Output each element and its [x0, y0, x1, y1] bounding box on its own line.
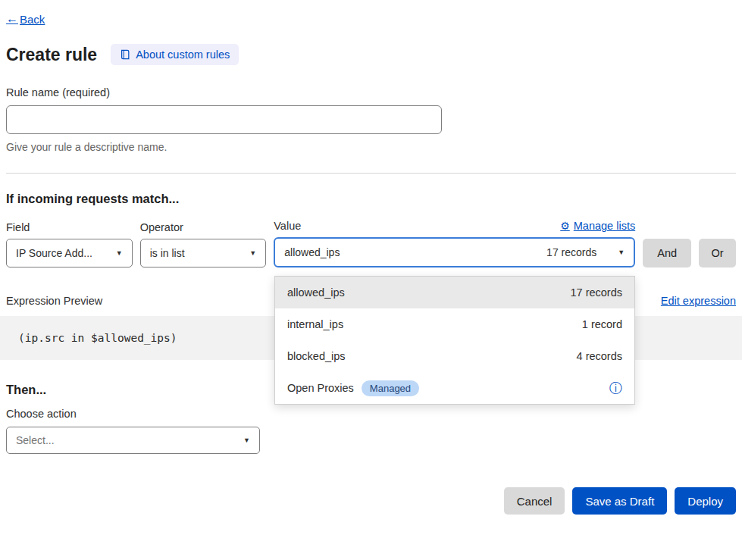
- value-select-meta: 17 records: [546, 246, 596, 258]
- field-select-value: IP Source Add...: [16, 247, 92, 259]
- list-option-name: allowed_ips: [287, 286, 345, 299]
- gear-icon: ⚙: [560, 220, 570, 232]
- cancel-button[interactable]: Cancel: [504, 487, 565, 515]
- list-option-allowed-ips[interactable]: allowed_ips 17 records: [275, 277, 634, 308]
- info-icon[interactable]: ⓘ: [609, 380, 622, 397]
- field-select[interactable]: IP Source Add... ▼: [6, 239, 133, 267]
- list-option-name: blocked_ips: [287, 350, 346, 362]
- chevron-down-icon: ▼: [243, 436, 250, 444]
- field-label: Field: [6, 221, 133, 233]
- choose-action-label: Choose action: [6, 408, 736, 420]
- and-button[interactable]: And: [643, 239, 691, 267]
- operator-select-value: is in list: [150, 247, 185, 259]
- chevron-down-icon: ▼: [249, 249, 256, 257]
- match-condition-row: Field IP Source Add... ▼ Operator is in …: [6, 220, 736, 267]
- back-label: Back: [20, 13, 45, 26]
- list-option-internal-ips[interactable]: internal_ips 1 record: [275, 308, 634, 340]
- rule-name-input[interactable]: [6, 105, 442, 134]
- page-title: Create rule: [6, 45, 97, 65]
- rule-name-label: Rule name (required): [6, 86, 736, 99]
- back-arrow-icon: ←: [6, 12, 18, 26]
- match-section-title: If incoming requests match...: [6, 192, 736, 206]
- list-option-name: Open Proxies: [287, 382, 354, 394]
- managed-badge: Managed: [362, 380, 419, 396]
- book-icon: [120, 49, 130, 60]
- edit-expression-link[interactable]: Edit expression: [661, 295, 736, 307]
- expression-preview-label: Expression Preview: [6, 295, 102, 307]
- operator-label: Operator: [140, 221, 267, 233]
- manage-lists-label: Manage lists: [574, 220, 635, 232]
- value-label: Value: [274, 220, 301, 232]
- or-button[interactable]: Or: [699, 239, 736, 267]
- back-link[interactable]: ←Back: [6, 12, 45, 26]
- section-divider: [6, 173, 736, 174]
- operator-select[interactable]: is in list ▼: [140, 239, 267, 267]
- chevron-down-icon: ▼: [116, 249, 123, 257]
- list-dropdown-menu: allowed_ips 17 records internal_ips 1 re…: [274, 276, 635, 405]
- save-as-draft-button[interactable]: Save as Draft: [572, 487, 667, 515]
- action-select[interactable]: Select... ▼: [6, 427, 260, 454]
- list-option-records: 1 record: [582, 318, 622, 330]
- action-select-placeholder: Select...: [16, 434, 55, 446]
- about-custom-rules-label: About custom rules: [136, 48, 230, 61]
- chevron-down-icon: ▼: [618, 249, 625, 256]
- list-option-blocked-ips[interactable]: blocked_ips 4 records: [275, 340, 634, 372]
- list-option-name: internal_ips: [287, 318, 343, 330]
- value-select-value: allowed_ips: [284, 246, 340, 258]
- value-select[interactable]: allowed_ips 17 records ▼: [274, 237, 635, 267]
- list-option-records: 4 records: [577, 350, 622, 362]
- list-option-records: 17 records: [570, 286, 622, 299]
- about-custom-rules-link[interactable]: About custom rules: [111, 44, 239, 65]
- list-option-open-proxies[interactable]: Open Proxies Managed ⓘ: [275, 372, 634, 404]
- manage-lists-link[interactable]: ⚙Manage lists: [560, 220, 635, 232]
- deploy-button[interactable]: Deploy: [675, 487, 736, 515]
- rule-name-helper: Give your rule a descriptive name.: [6, 141, 736, 153]
